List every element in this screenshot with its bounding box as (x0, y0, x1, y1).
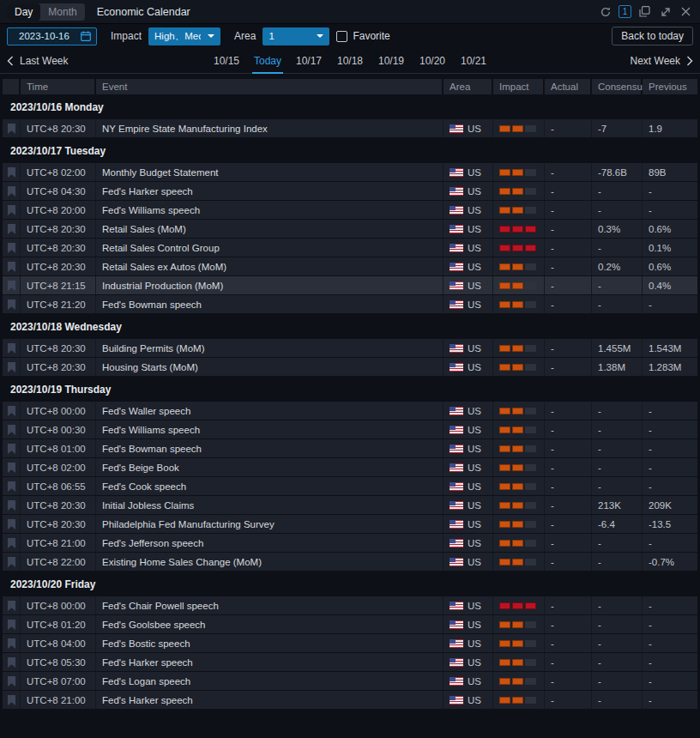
impact-block (499, 602, 510, 609)
bookmark-cell (3, 402, 21, 420)
event-area: US (444, 439, 493, 457)
event-area: US (444, 402, 493, 420)
event-area: US (444, 295, 493, 313)
actual-value: - (545, 420, 592, 439)
bookmark-icon[interactable] (8, 124, 15, 134)
event-row[interactable]: UTC+8 01:00Fed's Bowman speechUS--- (3, 439, 697, 457)
close-icon[interactable] (679, 4, 693, 19)
day-tab[interactable]: 10/21 (453, 48, 494, 73)
event-row[interactable]: UTC+8 20:30NY Empire State Manufacturing… (3, 119, 697, 137)
event-row[interactable]: UTC+8 21:20Fed's Bowman speechUS--- (3, 295, 697, 313)
day-tab[interactable]: 10/18 (329, 48, 371, 73)
bookmark-icon[interactable] (8, 638, 15, 649)
event-row[interactable]: UTC+8 20:00Fed's Williams speechUS--- (3, 201, 697, 219)
event-row[interactable]: UTC+8 00:30Fed's Williams speechUS--- (3, 420, 697, 439)
date-picker-input[interactable]: 2023-10-16 (7, 27, 97, 45)
bookmark-icon[interactable] (8, 343, 15, 354)
bookmark-icon[interactable] (8, 281, 15, 291)
event-row[interactable]: UTC+8 20:30Retail Sales Control GroupUS-… (3, 239, 697, 257)
event-row[interactable]: UTC+8 20:30Initial Jobless ClaimsUS-213K… (3, 496, 697, 514)
event-row[interactable]: UTC+8 22:00Existing Home Sales Change (M… (3, 553, 697, 571)
bookmark-icon[interactable] (8, 657, 15, 668)
event-row[interactable]: UTC+8 21:15Industrial Production (MoM)US… (3, 276, 697, 294)
bookmark-icon[interactable] (8, 557, 15, 567)
bookmark-icon[interactable] (8, 362, 15, 372)
copy-icon[interactable] (637, 4, 652, 19)
impact-block (525, 559, 536, 566)
bookmark-icon[interactable] (8, 406, 15, 416)
bookmark-icon[interactable] (8, 481, 15, 492)
event-row[interactable]: UTC+8 20:30Retail Sales ex Autos (MoM)US… (3, 257, 697, 275)
view-tabs: DayMonth (7, 3, 85, 21)
event-row[interactable]: UTC+8 02:00Fed's Beige BookUS--- (3, 458, 697, 476)
day-tab-active[interactable]: Today (247, 48, 288, 73)
bookmark-icon[interactable] (8, 538, 15, 548)
bookmark-icon[interactable] (8, 205, 15, 215)
next-week-button[interactable]: Next Week (631, 55, 693, 67)
impact-indicator (499, 521, 536, 528)
event-area: US (444, 534, 493, 552)
event-row[interactable]: UTC+8 20:30Building Permits (MoM)US-1.45… (3, 339, 697, 357)
event-row[interactable]: UTC+8 21:00Fed's Harker speechUS--- (3, 691, 697, 709)
event-row[interactable]: UTC+8 06:55Fed's Cook speechUS--- (3, 477, 697, 495)
impact-indicator (499, 640, 536, 647)
impact-block (512, 697, 523, 704)
day-tab[interactable]: 10/17 (288, 48, 329, 73)
event-row[interactable]: UTC+8 20:30Retail Sales (MoM)US-0.3%0.6% (3, 220, 697, 238)
area-dropdown[interactable]: 1 (262, 27, 329, 45)
bookmark-icon[interactable] (8, 601, 15, 611)
impact-block (525, 301, 536, 308)
bookmark-icon[interactable] (8, 425, 15, 435)
impact-block (512, 408, 523, 414)
event-row[interactable]: UTC+8 05:30Fed's Harker speechUS--- (3, 653, 697, 671)
event-row[interactable]: UTC+8 00:00Fed's Chair Powell speechUS--… (3, 596, 697, 614)
bookmark-icon[interactable] (8, 186, 15, 197)
bookmark-icon[interactable] (8, 695, 15, 705)
event-name: Fed's Bowman speech (96, 295, 444, 313)
event-row[interactable]: UTC+8 21:00Fed's Jefferson speechUS--- (3, 534, 697, 552)
impact-dropdown[interactable]: High、Medi... (148, 27, 220, 45)
impact-cell (493, 402, 545, 420)
tab-month[interactable]: Month (40, 3, 84, 21)
favorite-checkbox[interactable] (336, 31, 347, 42)
bookmark-icon[interactable] (8, 167, 15, 178)
bookmark-icon[interactable] (8, 463, 15, 473)
impact-block (499, 502, 510, 509)
bookmark-icon[interactable] (8, 676, 15, 687)
bookmark-icon[interactable] (8, 299, 15, 310)
day-tab[interactable]: 10/19 (371, 48, 412, 73)
bookmark-icon[interactable] (8, 519, 15, 529)
bookmark-icon[interactable] (8, 243, 15, 253)
actual-value: - (545, 239, 592, 257)
event-row[interactable]: UTC+8 00:00Fed's Waller speechUS--- (3, 402, 697, 420)
us-flag-icon (450, 244, 463, 252)
bookmark-icon[interactable] (8, 444, 15, 454)
event-row[interactable]: UTC+8 07:00Fed's Logan speechUS--- (3, 672, 697, 690)
previous-value: 0.1% (643, 239, 697, 257)
last-week-button[interactable]: Last Week (7, 55, 68, 67)
event-row[interactable]: UTC+8 04:30Fed's Harker speechUS--- (3, 182, 697, 200)
event-time: UTC+8 22:00 (21, 553, 96, 571)
bookmark-icon[interactable] (8, 620, 15, 630)
day-tab[interactable]: 10/15 (206, 48, 247, 73)
impact-block (512, 345, 523, 352)
event-name: Industrial Production (MoM) (96, 276, 444, 294)
bookmark-icon[interactable] (8, 500, 15, 511)
event-row[interactable]: UTC+8 20:30Housing Starts (MoM)US-1.38M1… (3, 358, 697, 376)
window-count-badge[interactable]: 1 (619, 5, 631, 18)
day-tab[interactable]: 10/20 (412, 48, 453, 73)
refresh-icon[interactable] (598, 4, 612, 19)
event-row[interactable]: UTC+8 01:20Fed's Goolsbee speechUS--- (3, 615, 697, 633)
bookmark-cell (3, 672, 21, 690)
bookmark-icon[interactable] (8, 262, 15, 272)
impact-indicator (499, 621, 536, 628)
event-time: UTC+8 20:30 (21, 496, 96, 514)
impact-block (525, 125, 536, 132)
event-row[interactable]: UTC+8 20:30Philadelphia Fed Manufacturin… (3, 515, 697, 533)
event-row[interactable]: UTC+8 02:00Monthly Budget StatementUS--7… (3, 163, 697, 181)
expand-icon[interactable] (658, 4, 673, 19)
bookmark-icon[interactable] (8, 224, 15, 234)
event-row[interactable]: UTC+8 04:00Fed's Bostic speechUS--- (3, 634, 697, 652)
tab-day[interactable]: Day (7, 3, 40, 21)
back-to-today-button[interactable]: Back to today (612, 27, 693, 45)
